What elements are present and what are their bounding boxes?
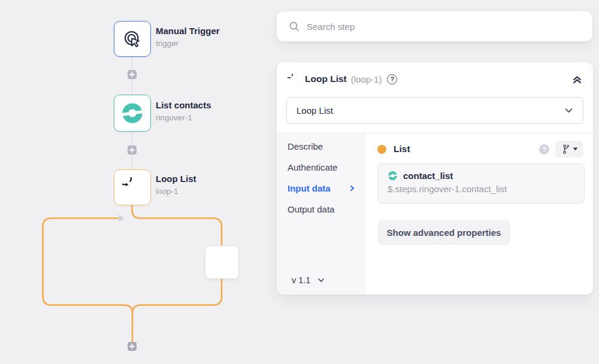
node-list-contacts[interactable]: [114, 95, 151, 132]
tab-authenticate[interactable]: Authenticate: [288, 162, 365, 172]
search-step-bar[interactable]: [277, 11, 592, 41]
mapping-mode-button[interactable]: [555, 141, 583, 157]
add-step-button[interactable]: [128, 342, 137, 351]
help-glyph: ?: [391, 75, 395, 83]
mapping-header: contact_list: [388, 171, 574, 181]
node-label-manual-trigger: Manual Trigger trigger: [156, 26, 220, 48]
tab-label: Authenticate: [288, 162, 337, 172]
show-advanced-properties-button[interactable]: Show advanced properties: [377, 220, 510, 245]
inspector-nav: Describe Authenticate Input data Output …: [277, 134, 365, 295]
field-help-icon[interactable]: ?: [539, 144, 549, 154]
tab-output-data[interactable]: Output data: [288, 204, 365, 214]
add-step-button[interactable]: [128, 70, 137, 79]
node-title: Manual Trigger: [156, 26, 220, 36]
inspector-body: Describe Authenticate Input data Output …: [277, 133, 593, 295]
plus-icon: [129, 72, 135, 77]
tab-label: Describe: [288, 141, 323, 151]
ringover-icon: [388, 171, 398, 181]
plus-icon: [129, 147, 135, 153]
double-chevron-up-icon: [572, 74, 582, 84]
loop-return-path: [43, 219, 133, 314]
add-step-button[interactable]: [128, 145, 137, 154]
plus-icon: [129, 344, 135, 349]
collapse-panel-button[interactable]: [572, 74, 582, 84]
node-label-list-contacts: List contacts ringover-1: [156, 100, 211, 122]
manual-trigger-icon: [122, 29, 143, 49]
help-glyph: ?: [542, 145, 546, 153]
loop-icon: [288, 74, 299, 85]
caret-down-icon: [573, 147, 578, 151]
node-subtitle: trigger: [156, 39, 220, 48]
help-icon[interactable]: ?: [387, 74, 397, 84]
field-label: List: [394, 144, 410, 154]
chevron-right-icon: [349, 185, 355, 192]
inspector-header: Loop List (loop-1) ?: [277, 62, 593, 96]
node-manual-trigger[interactable]: [114, 21, 151, 57]
step-inspector-panel: Loop List (loop-1) ? Loop List Describe …: [277, 62, 593, 295]
node-title: List contacts: [156, 100, 211, 110]
version-select[interactable]: v 1.1: [292, 275, 325, 285]
mapping-path: $.steps.ringover-1.contact_list: [388, 184, 574, 194]
required-field-dot: [377, 145, 386, 154]
tab-describe[interactable]: Describe: [288, 141, 365, 151]
tab-label: Output data: [288, 204, 334, 214]
chevron-down-icon: [317, 276, 325, 284]
version-label: v 1.1: [292, 275, 310, 285]
tab-input-data[interactable]: Input data: [288, 183, 365, 193]
ringover-icon: [121, 102, 144, 125]
node-subtitle: ringover-1: [156, 113, 211, 122]
loop-body-placeholder[interactable]: [205, 245, 239, 279]
loop-return-arrow-icon: [119, 215, 125, 222]
workflow-canvas: Manual Trigger trigger List contacts rin…: [0, 0, 276, 364]
input-data-pane: List ?: [365, 134, 593, 295]
loop-icon: [122, 177, 143, 198]
inspector-title: Loop List: [305, 74, 347, 84]
field-row-list: List ?: [377, 141, 585, 157]
node-title: Loop List: [156, 174, 196, 184]
mapping-name: contact_list: [403, 171, 453, 181]
step-type-value: Loop List: [297, 105, 333, 116]
node-loop-list[interactable]: [114, 169, 151, 205]
search-icon: [289, 21, 300, 32]
mapped-value-field[interactable]: contact_list $.steps.ringover-1.contact_…: [377, 163, 585, 204]
node-label-loop-list: Loop List loop-1: [156, 174, 196, 196]
search-input[interactable]: [307, 22, 582, 32]
chevron-down-icon: [564, 106, 573, 115]
inspector-step-id: (loop-1): [351, 74, 382, 84]
tab-label: Input data: [288, 183, 331, 193]
node-subtitle: loop-1: [156, 187, 196, 196]
branch-icon: [561, 144, 570, 154]
step-type-select[interactable]: Loop List: [286, 97, 583, 124]
